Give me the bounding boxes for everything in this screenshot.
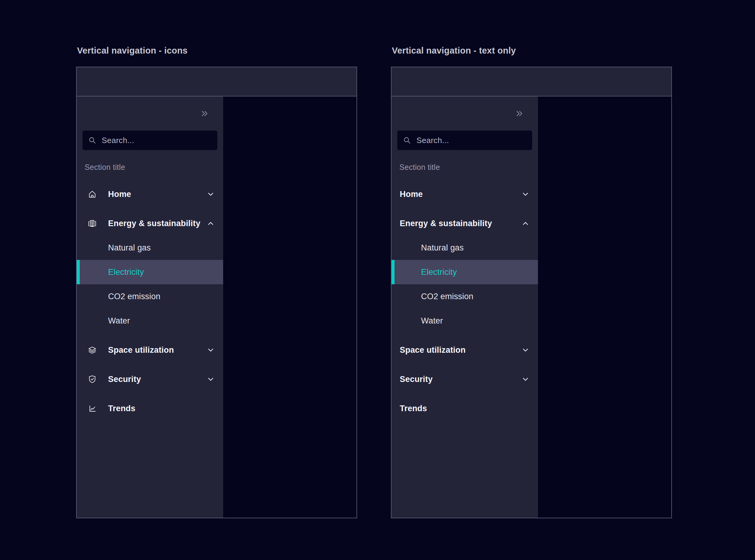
figure-vertical-nav-icons: Vertical navigation - icons Section titl… [76,44,357,518]
search-icon [403,136,411,144]
nav-subitem-label: CO2 emission [108,292,160,301]
nav-subgroup: Natural gasElectricityCO2 emissionWater [392,236,538,333]
nav-list: HomeEnergy & sustainabilityNatural gasEl… [392,180,538,423]
nav-item-space-utilization[interactable]: Space utilization [77,335,223,365]
building-icon [87,219,97,228]
nav-item-label: Energy & sustainability [108,219,200,228]
nav-item-label: Energy & sustainability [400,219,492,228]
shield-check-icon [87,374,97,384]
nav-subitem-label: Electricity [421,267,457,277]
figure-title: Vertical navigation - text only [392,44,672,57]
chevron-up-icon [521,219,530,227]
nav-item-home[interactable]: Home [392,180,538,209]
nav-subitem-label: Natural gas [421,243,464,253]
nav-panel-icons: Section title HomeEnergy & sustainabilit… [76,67,357,518]
chevron-down-icon [207,346,215,354]
canvas: { "page": { "background": "#05051E" }, "… [0,0,755,560]
nav-subitem-label: Electricity [108,267,144,277]
nav-subitem-label: Water [108,316,130,326]
nav-subitem-label: Water [421,316,443,326]
search-icon [88,136,97,144]
nav-subgroup: Natural gasElectricityCO2 emissionWater [77,236,223,333]
search-input[interactable] [416,136,527,145]
content-area [538,97,671,518]
content-area [223,97,357,518]
chevron-down-icon [521,346,530,354]
figure-title: Vertical navigation - icons [77,44,357,57]
nav-item-label: Security [400,375,433,384]
figure-vertical-nav-text-only: Vertical navigation - text only Section … [391,44,672,518]
nav-item-trends[interactable]: Trends [77,394,223,423]
double-chevron-right-icon[interactable] [514,108,524,119]
nav-panel-text-only: Section title HomeEnergy & sustainabilit… [391,67,672,518]
collapse-row [77,97,223,131]
nav-subitem-label: Natural gas [108,243,151,253]
nav-item-home[interactable]: Home [77,180,223,209]
collapse-row [392,97,538,131]
nav-item-security[interactable]: Security [392,365,538,394]
nav-item-label: Home [400,189,423,199]
search-input[interactable] [101,136,212,145]
nav-subitem-label: CO2 emission [421,292,473,301]
nav-subitem-water[interactable]: Water [392,308,538,333]
vertical-nav-sidebar: Section title HomeEnergy & sustainabilit… [77,97,223,518]
nav-item-trends[interactable]: Trends [392,394,538,423]
nav-section-title: Section title [77,162,223,173]
chevron-down-icon [521,375,530,383]
chevron-up-icon [207,219,215,227]
nav-subitem-natural-gas[interactable]: Natural gas [392,236,538,260]
nav-subitem-co2-emission[interactable]: CO2 emission [392,284,538,308]
home-icon [87,189,97,199]
nav-section-title: Section title [392,162,538,173]
nav-item-label: Security [108,375,141,384]
chevron-down-icon [207,375,215,383]
search-box[interactable] [82,131,217,150]
nav-subitem-water[interactable]: Water [77,308,223,333]
nav-item-security[interactable]: Security [77,365,223,394]
vertical-nav-sidebar: Section title HomeEnergy & sustainabilit… [392,97,538,518]
nav-item-label: Trends [108,404,136,413]
nav-item-energy-sustainability[interactable]: Energy & sustainability [77,209,223,238]
nav-list: HomeEnergy & sustainabilityNatural gasEl… [77,180,223,423]
chevron-down-icon [521,190,530,198]
app-header-bar [392,67,671,97]
nav-item-energy-sustainability[interactable]: Energy & sustainability [392,209,538,238]
app-header-bar [77,67,357,97]
nav-subitem-natural-gas[interactable]: Natural gas [77,236,223,260]
nav-item-space-utilization[interactable]: Space utilization [392,335,538,365]
nav-subitem-electricity[interactable]: Electricity [77,260,223,284]
line-chart-icon [87,404,97,413]
layers-stack-icon [87,345,97,355]
nav-item-label: Home [108,189,131,199]
nav-item-label: Space utilization [400,345,465,355]
nav-subitem-co2-emission[interactable]: CO2 emission [77,284,223,308]
nav-subitem-electricity[interactable]: Electricity [392,260,538,284]
double-chevron-right-icon[interactable] [199,108,210,119]
chevron-down-icon [207,190,215,198]
nav-item-label: Space utilization [108,345,174,355]
nav-item-label: Trends [400,404,427,413]
search-box[interactable] [397,131,532,150]
